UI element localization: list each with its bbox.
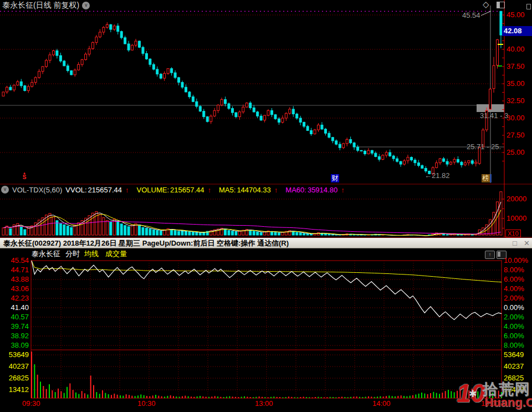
ma5-label: MA5: [219,186,236,194]
gear-icon: ✱ [469,388,477,400]
time-axis-label: 10:30 [137,399,156,408]
suspension-annotation: 31.41 - 3 [480,111,508,120]
up-arrow-icon: ↑ [208,186,212,194]
chevron-down-icon[interactable]: ∨ [1,186,9,194]
intraday-price-label: 44.71 [0,266,29,274]
intraday-volume-label: 53649 [0,350,29,359]
up-arrow-icon: ↑ [274,186,278,194]
dividend-marker-letter: S [21,175,28,180]
maximize-button[interactable]: □ [513,239,517,247]
price-axis-label: 32.50 [507,96,525,105]
tab-fenshi[interactable]: 分时 [65,250,80,258]
volume-axis-label: 20000 [507,195,526,203]
window-title-text: 泰永长征(002927) 2018年12月26日 星期三 PageUp/Down… [3,239,289,247]
intraday-price-label: 43.88 [0,275,29,283]
dividend-marker[interactable]: ▲ S [21,172,28,180]
intraday-stock-name: 泰永长征 [32,250,60,258]
volume-indicator-header: ∨ VOL-TDX(5,60) VVOL: 215657.44 ↑ VOLUME… [1,185,345,194]
intraday-volume-label: 40237 [504,362,524,370]
price-axis-label: 37.50 [507,62,525,70]
price-axis-label: 27.50 [507,131,525,139]
window-title-bar[interactable]: 泰永长征(002927) 2018年12月26日 星期三 PageUp/Down… [0,238,532,248]
intraday-price-label: 45.54 [0,256,29,265]
price-axis-label: 25.00 [507,148,525,156]
site-watermark: 10 ✱ 拾荒网 Huang.CN [457,379,532,411]
time-axis-label: 14:00 [372,399,391,408]
chart-title-text: 泰永长征(日线 前复权) [2,1,79,9]
up-arrow-icon: ↑ [125,186,129,194]
pane-split-icon-fill [497,2,500,8]
intraday-price-label: 42.23 [0,294,29,302]
last-price-tag: 42.08 [502,26,532,36]
time-axis-label: 09:30 [22,399,40,408]
intraday-percent-label: 10.00% [504,256,528,265]
intraday-price-label: 41.40 [0,303,29,312]
intraday-percent-label: 2.00% [504,313,524,321]
intraday-percent-label: 0.00% [504,303,524,312]
ma5-value: 144704.33 [237,186,270,194]
tdx-screen: 泰永长征(日线 前复权)∨ ◇ 45.54 42.08 31.41 - 3 25… [0,0,532,412]
tab-chengjiaoliang[interactable]: 成交量 [105,250,127,258]
scrollbar-thumb[interactable] [526,4,531,9]
watermark-domain: Huang.CN [484,395,532,410]
intraday-price-label: 40.57 [0,313,29,321]
intraday-volume-label: 40237 [0,362,29,370]
price-axis-label: 40.00 [507,45,525,53]
intraday-percent-label: 2.00% [504,294,524,302]
intraday-percent-label: 4.00% [504,322,524,330]
rank-badge[interactable]: 榜 [482,174,492,182]
volume-label: VOLUME: [137,186,170,194]
price-annotation: 25.71 - 25. [467,143,501,151]
intraday-price-label: 39.74 [0,322,29,330]
daily-candlestick-chart[interactable] [0,0,532,238]
intraday-percent-label: 4.00% [504,284,524,293]
intraday-percent-label: 6.00% [504,275,524,283]
low-annotation: ←21.82 [424,171,450,180]
diamond-icon[interactable]: ◇ [483,0,489,8]
volume-bars-group [2,192,502,235]
intraday-price-label: 38.09 [0,341,29,349]
chevron-down-icon[interactable]: ∨ [82,2,90,9]
price-axis-label: 35.00 [507,79,525,88]
intraday-volume-label: 26825 [0,374,29,382]
intraday-percent-label: 8.00% [504,266,524,274]
indicator-name[interactable]: VOL-TDX(5,60) [12,186,62,194]
price-axis-label: 30.00 [507,114,525,122]
tab-junxian[interactable]: 均线 [84,250,99,258]
ma60-value: 35914.80 [308,186,337,194]
pane-split-icon[interactable] [497,2,505,8]
intraday-price-label: 38.92 [0,332,29,340]
intraday-volume-label: 13412 [0,385,29,394]
pop-out-icon[interactable]: ↑ [485,251,495,259]
finance-badge[interactable]: 财 [331,174,339,182]
ma60-label: MA60: [285,186,306,194]
intraday-chart[interactable] [0,248,532,412]
volume-multiplier: X10 [505,230,521,237]
chart-title: 泰永长征(日线 前复权)∨ [2,1,90,9]
intraday-percent-label: 6.00% [504,332,524,340]
candles-group [2,11,502,176]
intraday-price-label: 43.06 [0,284,29,293]
high-annotation: 45.54 [462,11,480,19]
vvol-label: VVOL: [65,186,86,194]
intraday-percent-label: 8.00% [504,341,524,349]
price-axis-label: 45.00 [507,11,525,19]
time-axis-label: 13:00 [255,399,273,408]
vvol-value: 215657.44 [88,186,122,194]
layout-icon-fill [498,252,500,257]
volume-value: 215657.44 [170,186,204,194]
up-arrow-icon: ↑ [341,186,345,194]
volume-axis-label: 10000 [507,214,526,222]
intraday-volume-label: 53649 [504,350,524,359]
close-button[interactable]: ✕ [524,239,530,247]
